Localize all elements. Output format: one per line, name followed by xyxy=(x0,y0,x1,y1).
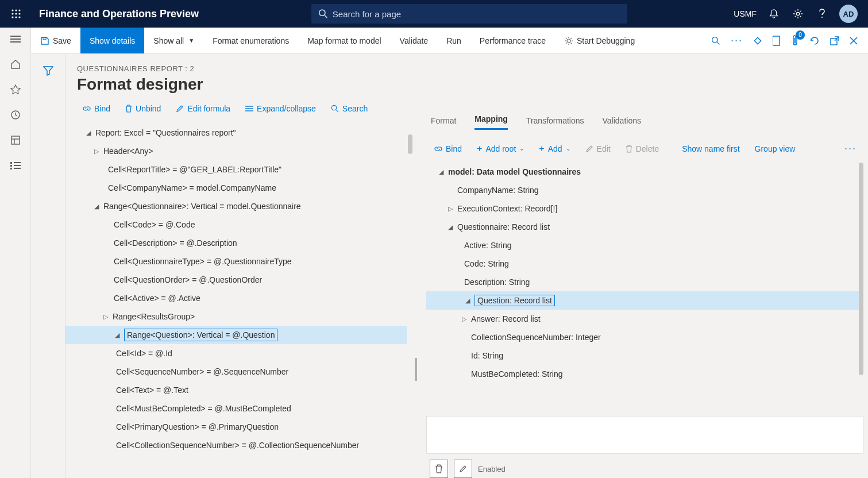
map-node[interactable]: Code: String xyxy=(426,255,863,273)
global-search[interactable] xyxy=(311,4,627,24)
edit-formula-button[interactable]: Edit formula xyxy=(176,104,230,113)
tree-node[interactable]: Cell<Description> = @.Description xyxy=(77,234,407,252)
tree-node[interactable]: ▷Range<ResultsGroup> xyxy=(77,307,407,326)
modules-icon[interactable] xyxy=(10,160,21,171)
filter-icon[interactable] xyxy=(43,65,53,478)
tree-node[interactable]: Cell<Code> = @.Code xyxy=(77,215,407,234)
bind-button[interactable]: Bind xyxy=(83,104,110,113)
app-brand: Finance and Operations Preview xyxy=(28,8,210,20)
caret-right-icon[interactable]: ▷ xyxy=(447,205,454,213)
tree-search-button[interactable]: Search xyxy=(331,104,368,113)
unbind-button[interactable]: Unbind xyxy=(125,104,161,113)
caret-down-icon[interactable]: ◢ xyxy=(464,297,471,304)
caret-right-icon[interactable]: ▷ xyxy=(102,313,109,321)
more-icon[interactable]: ··· xyxy=(731,34,743,47)
tree-node[interactable]: Cell<CompanyName> = model.CompanyName xyxy=(77,179,407,197)
map-node[interactable]: ◢Questionnaire: Record list xyxy=(426,218,863,236)
company-label[interactable]: USMF xyxy=(734,9,757,18)
caret-right-icon[interactable]: ▷ xyxy=(461,315,468,323)
map-node[interactable]: ▷Answer: Record list xyxy=(426,310,863,328)
map-node[interactable]: Active: String xyxy=(426,236,863,255)
map-node[interactable]: ◢model: Data model Questionnaires xyxy=(426,163,863,181)
tree-node-selected[interactable]: ◢Range<Question>: Vertical = @.Question xyxy=(65,326,407,344)
detail-delete-button[interactable] xyxy=(430,460,448,478)
left-scrollbar[interactable] xyxy=(408,134,412,154)
tab-mapping[interactable]: Mapping xyxy=(474,114,508,130)
attach-icon[interactable]: 0 xyxy=(791,35,799,47)
delete-button[interactable]: Delete xyxy=(626,144,659,153)
caret-down-icon[interactable]: ◢ xyxy=(85,129,92,137)
caret-down-icon[interactable]: ◢ xyxy=(447,223,454,231)
star-icon[interactable] xyxy=(10,84,21,95)
svg-rect-25 xyxy=(14,168,21,169)
detail-edit-button[interactable] xyxy=(454,460,472,478)
tree-node[interactable]: ◢Range<Questionnaire>: Vertical = model.… xyxy=(77,197,407,215)
caret-down-icon[interactable]: ◢ xyxy=(93,202,100,210)
caret-down-icon[interactable]: ◢ xyxy=(114,331,121,339)
map-node[interactable]: Id: String xyxy=(426,346,863,365)
notifications-icon[interactable] xyxy=(767,7,781,21)
splitter[interactable] xyxy=(410,54,422,478)
popout-icon[interactable] xyxy=(830,36,839,45)
user-avatar[interactable]: AD xyxy=(839,5,858,23)
tree-node[interactable]: Cell<Text> = @.Text xyxy=(77,381,407,399)
format-tree: ◢Report: Excel = "Questionnaires report"… xyxy=(77,124,407,454)
tree-node[interactable]: Cell<CollectionSequenceNumber> = @.Colle… xyxy=(77,436,407,454)
tree-node[interactable]: ◢Report: Excel = "Questionnaires report" xyxy=(77,124,407,142)
tree-node[interactable]: Cell<QuestionOrder> = @.QuestionOrder xyxy=(77,271,407,289)
map-format-button[interactable]: Map format to model xyxy=(298,28,390,53)
app-launcher[interactable] xyxy=(5,9,28,19)
validate-button[interactable]: Validate xyxy=(391,28,438,53)
start-debug-button[interactable]: Start Debugging xyxy=(555,28,644,53)
show-name-first-button[interactable]: Show name first xyxy=(682,144,739,153)
map-node[interactable]: ▷ExecutionContext: Record[!] xyxy=(426,199,863,218)
map-node[interactable]: CompanyName: String xyxy=(426,181,863,199)
expand-collapse-button[interactable]: Expand/collapse xyxy=(245,104,316,113)
format-enum-button[interactable]: Format enumerations xyxy=(203,28,298,53)
edit-button[interactable]: Edit xyxy=(585,144,611,153)
tree-node[interactable]: ▷Header<Any> xyxy=(77,142,407,160)
tab-format[interactable]: Format xyxy=(431,116,456,130)
global-search-input[interactable] xyxy=(333,9,620,19)
hamburger-icon[interactable] xyxy=(10,33,21,45)
add-root-button[interactable]: +Add root⌄ xyxy=(477,144,524,154)
diamond-icon[interactable] xyxy=(753,36,762,45)
book-icon[interactable] xyxy=(773,36,781,46)
caret-right-icon[interactable]: ▷ xyxy=(93,147,100,155)
perf-trace-button[interactable]: Performance trace xyxy=(470,28,555,53)
add-button[interactable]: +Add⌄ xyxy=(539,144,570,154)
run-button[interactable]: Run xyxy=(437,28,470,53)
save-button[interactable]: Save xyxy=(31,28,80,53)
svg-point-1 xyxy=(15,9,17,11)
tree-node[interactable]: Cell<Active> = @.Active xyxy=(77,289,407,307)
cmd-search-icon[interactable] xyxy=(711,36,720,45)
refresh-icon[interactable] xyxy=(809,36,820,46)
settings-gear-icon[interactable] xyxy=(791,7,805,21)
tree-node[interactable]: Cell<Id> = @.Id xyxy=(77,344,407,363)
svg-point-27 xyxy=(567,39,570,43)
close-icon[interactable] xyxy=(850,37,858,45)
group-view-button[interactable]: Group view xyxy=(755,144,796,153)
show-all-button[interactable]: Show all▼ xyxy=(144,28,203,53)
tree-node[interactable]: Cell<SequenceNumber> = @.SequenceNumber xyxy=(77,363,407,381)
tab-transformations[interactable]: Transformations xyxy=(526,116,584,130)
map-node-selected[interactable]: ◢Question: Record list xyxy=(426,291,863,310)
recent-icon[interactable] xyxy=(10,109,21,121)
map-more-button[interactable]: ··· xyxy=(844,142,857,155)
tree-node[interactable]: Cell<PrimaryQuestion> = @.PrimaryQuestio… xyxy=(77,418,407,436)
detail-panel xyxy=(426,416,863,454)
map-node[interactable]: Description: String xyxy=(426,273,863,291)
map-node[interactable]: CollectionSequenceNumber: Integer xyxy=(426,328,863,346)
right-scrollbar[interactable] xyxy=(859,163,863,375)
tree-node[interactable]: Cell<MustBeCompleted> = @.MustBeComplete… xyxy=(77,399,407,418)
workspace-icon[interactable] xyxy=(10,134,21,146)
map-node[interactable]: MustBeCompleted: String xyxy=(426,365,863,383)
tree-node[interactable]: Cell<ReportTitle> = @"GER_LABEL:ReportTi… xyxy=(77,160,407,179)
tab-validations[interactable]: Validations xyxy=(603,116,641,130)
help-icon[interactable] xyxy=(815,7,829,21)
home-icon[interactable] xyxy=(10,59,21,70)
map-bind-button[interactable]: Bind xyxy=(434,144,462,153)
caret-down-icon[interactable]: ◢ xyxy=(438,168,445,176)
show-details-button[interactable]: Show details xyxy=(80,28,144,53)
tree-node[interactable]: Cell<QuestionnaireType> = @.Questionnair… xyxy=(77,252,407,271)
